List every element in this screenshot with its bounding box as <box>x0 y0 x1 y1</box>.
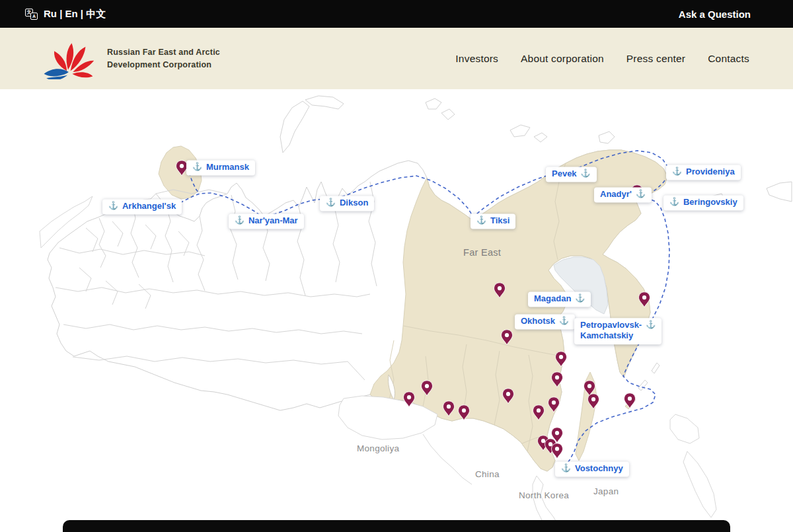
port-label-vostochnyy[interactable]: ⚓Vostochnyy <box>555 461 629 476</box>
logo-flower-icon <box>42 38 94 79</box>
site-header: Russian Far East and Arctic Development … <box>0 28 793 89</box>
translate-icon: 文 A <box>25 9 38 20</box>
port-label-petropavlovsk-kamchatskiy[interactable]: Petropavlovsk-Kamchatskiy⚓ <box>574 318 661 344</box>
anchor-icon: ⚓ <box>672 167 682 176</box>
translate-icon-front: A <box>30 13 38 20</box>
port-label-magadan[interactable]: Magadan⚓ <box>528 291 591 307</box>
logo-text-line1: Russian Far East and Arctic <box>107 46 220 58</box>
anchor-icon: ⚓ <box>108 201 118 211</box>
ask-a-question-link[interactable]: Ask a Question <box>679 9 751 20</box>
port-label-naryan-mar[interactable]: ⚓Nar'yan-Mar <box>229 213 304 229</box>
port-label-dikson[interactable]: ⚓Dikson <box>320 196 374 211</box>
anchor-icon: ⚓ <box>326 198 336 208</box>
country-label-mongoliya: Mongoliya <box>357 443 399 453</box>
country-label-far-east: Far East <box>463 247 501 258</box>
nav-item-about-corporation[interactable]: About corporation <box>521 53 604 65</box>
port-label-murmansk[interactable]: ⚓Murmansk <box>186 160 255 175</box>
port-label-provideniya[interactable]: ⚓Provideniya <box>666 165 741 180</box>
port-label-text: Dikson <box>340 198 368 208</box>
country-label-china: China <box>475 469 500 479</box>
nav-item-contacts[interactable]: Contacts <box>708 53 749 65</box>
port-label-text: Murmansk <box>206 162 249 172</box>
port-label-tiksi[interactable]: ⚓Tiksi <box>471 213 515 229</box>
port-label-text: Beringovskiy <box>683 197 737 208</box>
port-label-text: Tiksi <box>490 215 510 226</box>
port-label-text: Provideniya <box>686 167 735 177</box>
port-label-text: Anadyr' <box>600 189 632 200</box>
anchor-icon: ⚓ <box>561 463 571 473</box>
logo-text: Russian Far East and Arctic Development … <box>107 46 220 70</box>
port-label-text: Okhotsk <box>521 316 555 326</box>
port-label-text: Petropavlovsk-Kamchatskiy <box>580 320 642 342</box>
port-label-anadyr[interactable]: Anadyr'⚓ <box>594 187 652 202</box>
nav-item-investors[interactable]: Investors <box>455 53 498 65</box>
port-label-text: Pevek <box>552 169 577 179</box>
anchor-icon: ⚓ <box>646 320 656 330</box>
nav-item-press-center[interactable]: Press center <box>626 53 685 65</box>
logo-text-line2: Development Corporation <box>107 59 220 71</box>
topbar: 文 A Ru | En | 中文 Ask a Question <box>0 0 793 28</box>
ports-map: Far EastMongoliyaChinaNorth KoreaJapan⚓M… <box>0 89 793 532</box>
anchor-icon: ⚓ <box>669 197 679 207</box>
anchor-icon: ⚓ <box>559 316 569 326</box>
country-label-north-korea: North Korea <box>519 490 569 500</box>
anchor-icon: ⚓ <box>192 162 202 172</box>
country-label-japan: Japan <box>593 486 619 496</box>
anchor-icon: ⚓ <box>476 215 486 225</box>
anchor-icon: ⚓ <box>636 189 646 199</box>
language-options[interactable]: Ru | En | 中文 <box>44 8 106 20</box>
port-label-beringovskiy[interactable]: ⚓Beringovskiy <box>663 195 743 210</box>
port-label-text: Magadan <box>534 293 571 304</box>
anchor-icon: ⚓ <box>235 215 245 225</box>
footer-bar <box>63 520 730 532</box>
language-switcher[interactable]: 文 A Ru | En | 中文 <box>25 8 106 20</box>
port-label-okhotsk[interactable]: Okhotsk⚓ <box>515 314 575 329</box>
port-label-text: Vostochnyy <box>575 463 623 474</box>
anchor-icon: ⚓ <box>581 169 591 178</box>
port-label-text: Arkhangel'sk <box>122 201 176 211</box>
russia-map-svg <box>0 89 793 532</box>
port-label-pevek[interactable]: Pevek⚓ <box>546 167 597 182</box>
port-label-arkhangelsk[interactable]: ⚓Arkhangel'sk <box>102 199 182 214</box>
main-nav: InvestorsAbout corporationPress centerCo… <box>455 53 749 65</box>
brand[interactable]: Russian Far East and Arctic Development … <box>42 38 220 79</box>
port-label-text: Nar'yan-Mar <box>248 215 298 226</box>
anchor-icon: ⚓ <box>575 293 585 303</box>
